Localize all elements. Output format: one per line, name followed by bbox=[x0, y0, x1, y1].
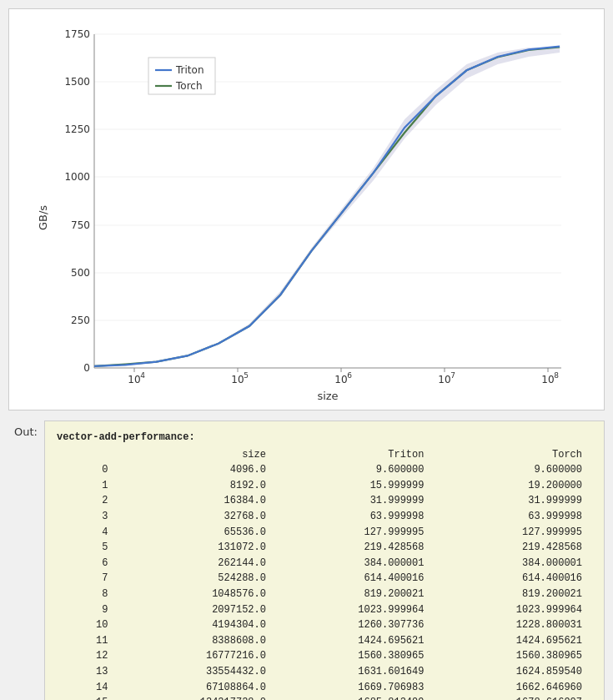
cell-torch: 219.428568 bbox=[434, 540, 592, 556]
xtick-1e6-exp: 6 bbox=[347, 371, 352, 380]
col-header-torch: Torch bbox=[434, 447, 592, 463]
cell-size: 1048576.0 bbox=[118, 587, 276, 602]
cell-triton: 819.200021 bbox=[276, 587, 435, 602]
cell-size: 67108864.0 bbox=[118, 680, 276, 696]
ytick-1500: 1500 bbox=[64, 76, 90, 88]
table-row: 1216777216.01560.3809651560.380965 bbox=[57, 648, 592, 664]
col-header-index bbox=[57, 447, 118, 463]
chart-svg: 0 250 500 750 1000 1250 1500 1750 GB/s bbox=[32, 18, 582, 401]
table-row: 15134217728.01685.8134991678.616907 bbox=[57, 695, 592, 700]
ytick-1000: 1000 bbox=[64, 171, 90, 183]
xtick-1e5-exp: 5 bbox=[244, 371, 249, 380]
cell-index: 1 bbox=[57, 478, 118, 494]
cell-size: 33554432.0 bbox=[118, 664, 276, 680]
cell-triton: 1685.813499 bbox=[276, 695, 435, 700]
cell-index: 2 bbox=[57, 493, 118, 509]
cell-torch: 127.999995 bbox=[434, 525, 592, 541]
legend-torch-label: Torch bbox=[175, 80, 203, 92]
out-label: Out: bbox=[8, 421, 38, 438]
table-row: 1333554432.01631.6016491624.859540 bbox=[57, 664, 592, 680]
cell-torch: 31.999999 bbox=[434, 493, 592, 509]
ylabel: GB/s bbox=[37, 205, 49, 230]
xtick-1e7-exp: 7 bbox=[450, 371, 455, 380]
cell-torch: 819.200021 bbox=[434, 587, 592, 602]
xtick-1e6: 10 bbox=[334, 374, 347, 385]
cell-torch: 19.200000 bbox=[434, 478, 592, 494]
cell-index: 12 bbox=[57, 648, 118, 664]
table-row: 6262144.0384.000001384.000001 bbox=[57, 556, 592, 572]
xtick-1e7: 10 bbox=[438, 374, 450, 385]
table-row: 104194304.01260.3077361228.800031 bbox=[57, 617, 592, 633]
table-row: 81048576.0819.200021819.200021 bbox=[57, 587, 592, 602]
ytick-500: 500 bbox=[71, 267, 90, 279]
cell-triton: 1023.999964 bbox=[276, 602, 435, 618]
table-row: 216384.031.99999931.999999 bbox=[57, 493, 592, 509]
cell-index: 4 bbox=[57, 525, 118, 541]
cell-index: 7 bbox=[57, 571, 118, 587]
col-header-triton: Triton bbox=[276, 447, 435, 463]
col-header-size: size bbox=[118, 447, 276, 463]
cell-torch: 9.600000 bbox=[434, 462, 592, 478]
cell-index: 9 bbox=[57, 602, 118, 618]
ytick-250: 250 bbox=[71, 315, 90, 326]
table-row: 332768.063.99999863.999998 bbox=[57, 509, 592, 525]
cell-index: 0 bbox=[57, 462, 118, 478]
cell-size: 8192.0 bbox=[118, 478, 276, 494]
table-row: 5131072.0219.428568219.428568 bbox=[57, 540, 592, 556]
cell-triton: 1560.380965 bbox=[276, 648, 435, 664]
table-row: 1467108864.01669.7069831662.646960 bbox=[57, 680, 592, 696]
ytick-1750: 1750 bbox=[64, 28, 90, 40]
table-row: 04096.09.6000009.600000 bbox=[57, 462, 592, 478]
cell-torch: 1624.859540 bbox=[434, 664, 592, 680]
xtick-1e8-exp: 8 bbox=[554, 371, 559, 380]
ytick-0: 0 bbox=[83, 362, 90, 374]
cell-torch: 1023.999964 bbox=[434, 602, 592, 618]
table-row: 92097152.01023.9999641023.999964 bbox=[57, 602, 592, 618]
cell-index: 13 bbox=[57, 664, 118, 680]
xtick-1e4-exp: 4 bbox=[140, 371, 145, 380]
cell-index: 3 bbox=[57, 509, 118, 525]
cell-index: 6 bbox=[57, 556, 118, 572]
cell-torch: 1678.616907 bbox=[434, 695, 592, 700]
cell-torch: 1424.695621 bbox=[434, 633, 592, 649]
cell-size: 16384.0 bbox=[118, 493, 276, 509]
cell-torch: 1662.646960 bbox=[434, 680, 592, 696]
cell-triton: 1260.307736 bbox=[276, 617, 435, 633]
cell-triton: 219.428568 bbox=[276, 540, 435, 556]
cell-index: 11 bbox=[57, 633, 118, 649]
cell-size: 32768.0 bbox=[118, 509, 276, 525]
xtick-1e5: 10 bbox=[231, 374, 244, 385]
cell-size: 524288.0 bbox=[118, 571, 276, 587]
cell-size: 134217728.0 bbox=[118, 695, 276, 700]
chart-container: 0 250 500 750 1000 1250 1500 1750 GB/s bbox=[8, 8, 605, 410]
page-container: 0 250 500 750 1000 1250 1500 1750 GB/s bbox=[0, 0, 613, 700]
output-section: Out: vector-add-performance: size Triton… bbox=[8, 421, 605, 700]
table-row: 18192.015.99999919.200000 bbox=[57, 478, 592, 494]
cell-index: 5 bbox=[57, 540, 118, 556]
legend-triton-label: Triton bbox=[175, 64, 204, 76]
cell-triton: 614.400016 bbox=[276, 571, 435, 587]
cell-triton: 127.999995 bbox=[276, 525, 435, 541]
cell-index: 8 bbox=[57, 587, 118, 602]
svg-rect-0 bbox=[32, 18, 582, 401]
output-box: vector-add-performance: size Triton Torc… bbox=[44, 421, 605, 700]
xlabel: size bbox=[317, 390, 338, 401]
cell-size: 65536.0 bbox=[118, 525, 276, 541]
cell-size: 262144.0 bbox=[118, 556, 276, 572]
ytick-750: 750 bbox=[71, 219, 90, 231]
cell-size: 4194304.0 bbox=[118, 617, 276, 633]
cell-torch: 614.400016 bbox=[434, 571, 592, 587]
cell-triton: 15.999999 bbox=[276, 478, 435, 494]
table-row: 465536.0127.999995127.999995 bbox=[57, 525, 592, 541]
table-title: vector-add-performance: bbox=[57, 430, 592, 446]
cell-size: 16777216.0 bbox=[118, 648, 276, 664]
table-row: 7524288.0614.400016614.400016 bbox=[57, 571, 592, 587]
cell-torch: 1228.800031 bbox=[434, 617, 592, 633]
cell-size: 2097152.0 bbox=[118, 602, 276, 618]
cell-triton: 384.000001 bbox=[276, 556, 435, 572]
data-table: size Triton Torch 04096.09.6000009.60000… bbox=[57, 447, 592, 700]
cell-triton: 9.600000 bbox=[276, 462, 435, 478]
ytick-1250: 1250 bbox=[64, 123, 90, 135]
cell-torch: 63.999998 bbox=[434, 509, 592, 525]
xtick-1e8: 10 bbox=[541, 374, 554, 385]
